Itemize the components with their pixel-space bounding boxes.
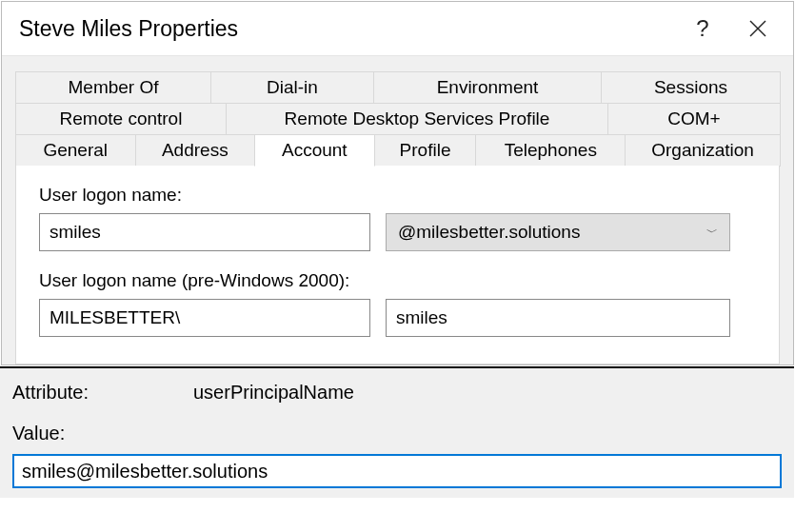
account-panel: User logon name: @milesbetter.solutions … <box>15 166 780 365</box>
prewin2000-user-input[interactable] <box>386 299 730 337</box>
tab-general[interactable]: General <box>15 134 136 167</box>
prewin2000-row <box>39 299 756 337</box>
window-title: Steve Miles Properties <box>19 16 675 42</box>
tab-row-3: General Address Account Profile Telephon… <box>15 134 780 166</box>
prewin2000-domain-input[interactable] <box>39 299 370 337</box>
logon-name-row: @milesbetter.solutions ﹀ <box>39 213 756 251</box>
tab-com-plus[interactable]: COM+ <box>607 103 781 135</box>
logon-name-input[interactable] <box>39 213 370 251</box>
logon-name-label: User logon name: <box>39 185 756 206</box>
domain-suffix-dropdown[interactable]: @milesbetter.solutions ﹀ <box>386 213 730 251</box>
tab-row-2: Remote control Remote Desktop Services P… <box>15 103 780 134</box>
attribute-editor-panel: Attribute: userPrincipalName Value: <box>0 366 794 498</box>
tab-environment[interactable]: Environment <box>373 71 602 104</box>
help-icon: ? <box>696 15 708 42</box>
attribute-label: Attribute: <box>12 382 193 404</box>
tab-account[interactable]: Account <box>254 134 375 167</box>
tab-address[interactable]: Address <box>135 134 256 167</box>
tab-organization[interactable]: Organization <box>625 134 781 167</box>
help-button[interactable]: ? <box>675 2 730 55</box>
domain-suffix-value: @milesbetter.solutions <box>398 222 580 243</box>
tab-member-of[interactable]: Member Of <box>15 71 211 104</box>
tab-dial-in[interactable]: Dial-in <box>210 71 374 104</box>
tabs-area: Member Of Dial-in Environment Sessions R… <box>2 55 793 365</box>
tab-rds-profile[interactable]: Remote Desktop Services Profile <box>226 103 608 135</box>
value-label: Value: <box>12 423 781 444</box>
tab-profile[interactable]: Profile <box>374 134 477 167</box>
close-icon <box>749 20 766 37</box>
tab-telephones[interactable]: Telephones <box>475 134 626 167</box>
chevron-down-icon: ﹀ <box>706 225 718 241</box>
attribute-row: Attribute: userPrincipalName <box>12 382 781 404</box>
properties-dialog: Steve Miles Properties ? Member Of Dial-… <box>1 1 794 365</box>
close-button[interactable] <box>730 2 785 55</box>
tab-sessions[interactable]: Sessions <box>601 71 781 104</box>
titlebar: Steve Miles Properties ? <box>2 2 793 55</box>
attribute-value-input[interactable] <box>12 454 782 488</box>
tab-rows: Member Of Dial-in Environment Sessions R… <box>15 71 780 166</box>
tab-remote-control[interactable]: Remote control <box>15 103 227 135</box>
prewin2000-label: User logon name (pre-Windows 2000): <box>39 270 756 291</box>
attribute-name: userPrincipalName <box>193 382 354 404</box>
tab-row-1: Member Of Dial-in Environment Sessions <box>15 71 780 103</box>
